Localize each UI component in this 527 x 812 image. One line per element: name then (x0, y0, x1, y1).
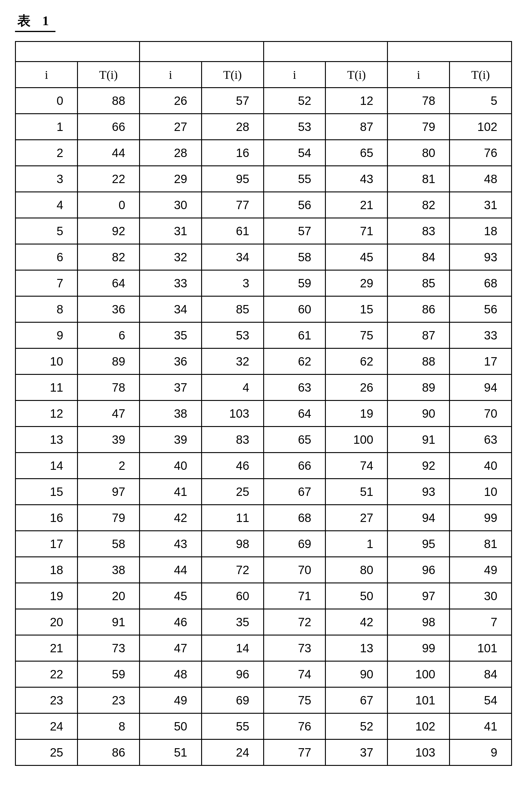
table-row: 117837463268994 (16, 375, 512, 401)
cell-value: 56 (264, 198, 325, 212)
cell-value: 64 (264, 407, 325, 420)
table-cell: 77 (201, 192, 264, 218)
cell-value: 56 (450, 303, 511, 316)
cell-value: 9 (450, 746, 511, 759)
table-cell: 5 (450, 88, 512, 114)
table-cell: 37 (139, 375, 201, 401)
cell-value: 42 (326, 615, 387, 629)
table-cell: 66 (77, 114, 139, 140)
table-cell: 83 (388, 218, 450, 244)
cell-value: 101 (388, 694, 449, 707)
cell-value: 67 (326, 694, 387, 707)
cell-value: 54 (450, 694, 511, 707)
cell-value: 59 (78, 668, 139, 681)
cell-value: 2 (16, 146, 77, 160)
table-cell: 49 (450, 557, 512, 583)
table-cell: 30 (139, 192, 201, 218)
table-row: 76433359298568 (16, 270, 512, 296)
table-row: 1838447270809649 (16, 557, 512, 583)
cell-value: 63 (450, 433, 511, 447)
table-cell: 100 (388, 661, 450, 687)
table-cell: 86 (77, 739, 139, 766)
table-row: 40307756218231 (16, 192, 512, 218)
cell-value: 17 (450, 355, 511, 368)
column-header: i (16, 62, 77, 88)
cell-value: 14 (202, 641, 263, 655)
table-cell: 47 (139, 635, 201, 661)
table-cell: 103 (388, 739, 450, 766)
table-cell: 31 (139, 218, 201, 244)
table-cell: 18 (450, 218, 512, 244)
table-cell: 91 (77, 609, 139, 635)
table-cell: 27 (326, 505, 388, 531)
table-cell: 56 (264, 192, 326, 218)
table-cell: 4 (16, 192, 77, 218)
table-cell: 79 (388, 114, 450, 140)
table-cell: 32 (139, 244, 201, 270)
table-cell: 96 (201, 661, 264, 687)
cell-value: 19 (16, 589, 77, 603)
table-row: 1679421168279499 (16, 505, 512, 531)
cell-value: 98 (202, 537, 263, 551)
table-cell: 24 (201, 739, 264, 766)
cell-value: 51 (140, 746, 201, 759)
cell-value: 60 (202, 589, 263, 603)
cell-value: 35 (202, 615, 263, 629)
cell-value: 62 (326, 355, 387, 368)
table-cell: 3 (16, 166, 77, 192)
table-cell: 13 (16, 427, 77, 453)
table-cell: 98 (388, 609, 450, 635)
table-cell: 72 (264, 609, 326, 635)
table-cell: 25 (16, 739, 77, 766)
table-cell: 59 (77, 661, 139, 687)
table-cell: 46 (201, 453, 264, 479)
cell-value: 86 (78, 746, 139, 759)
cell-value: 68 (264, 511, 325, 525)
table-cell: 93 (388, 479, 450, 505)
table-cell: 22 (77, 166, 139, 192)
cell-value: 70 (450, 407, 511, 420)
cell-value: 95 (388, 537, 449, 551)
table-cell: 74 (326, 453, 388, 479)
cell-value: 70 (264, 563, 325, 577)
table-cell: 8 (77, 713, 139, 739)
table-row: 2485055765210241 (16, 713, 512, 739)
table-cell: 77 (264, 739, 326, 766)
table-cell: 65 (326, 140, 388, 166)
table-cell: 44 (77, 140, 139, 166)
table-cell: 82 (77, 244, 139, 270)
cell-value: 93 (388, 485, 449, 498)
table-cell: 36 (139, 348, 201, 375)
cell-value: 45 (140, 589, 201, 603)
table-cell: 9 (16, 322, 77, 348)
cell-value: 94 (450, 381, 511, 394)
cell-value: 78 (388, 94, 449, 107)
table-cell: 5 (16, 218, 77, 244)
cell-value: 96 (202, 668, 263, 681)
cell-value: 21 (16, 641, 77, 655)
table-cell: 66 (264, 453, 326, 479)
cell-value: 1 (326, 537, 387, 551)
column-header: T(i) (326, 62, 388, 88)
cell-value: 15 (326, 303, 387, 316)
cell-value: 99 (388, 641, 449, 655)
table-cell: 98 (201, 531, 264, 557)
table-cell: 11 (16, 375, 77, 401)
cell-value: 28 (202, 120, 263, 134)
cell-value: 48 (140, 668, 201, 681)
cell-value: 79 (388, 120, 449, 134)
table-row: 244281654658076 (16, 140, 512, 166)
table-cell: 44 (139, 557, 201, 583)
cell-value: 47 (140, 641, 201, 655)
table-cell: 52 (264, 88, 326, 114)
cell-value: 53 (202, 329, 263, 342)
cell-value: 28 (140, 146, 201, 160)
cell-value: 41 (140, 485, 201, 498)
cell-value: 100 (388, 668, 449, 681)
table-cell: 48 (450, 166, 512, 192)
table-cell: 61 (201, 218, 264, 244)
cell-value: 32 (202, 355, 263, 368)
cell-value: 90 (326, 668, 387, 681)
cell-value: 22 (78, 172, 139, 186)
table-cell: 81 (450, 531, 512, 557)
